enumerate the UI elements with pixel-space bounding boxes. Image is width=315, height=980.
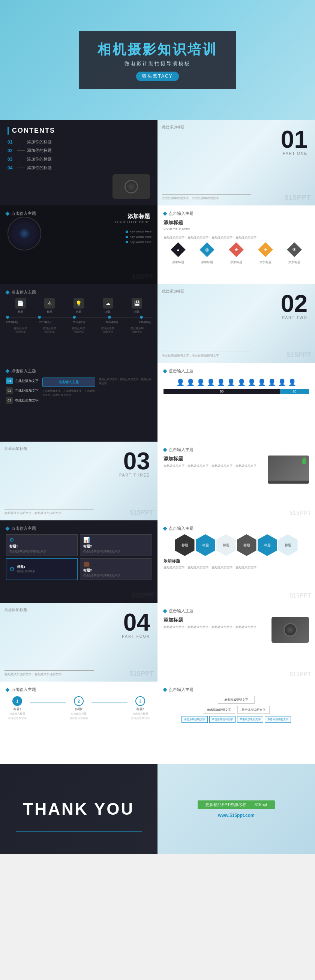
hex-5: 标题 <box>258 534 277 556</box>
part02-part-text: PART TWO <box>281 316 307 320</box>
ct-text: 添加标题 在此处添加文字，在此处添加文字，在此处添加文字，在此处添加文字 <box>164 617 268 643</box>
diamond-item-1: ▲ 添加标题 <box>172 245 184 264</box>
nl-text-1: 在此处添加文字 <box>15 379 39 383</box>
nl-item-3: 03 在此处添加文字 <box>6 397 39 404</box>
tl-date-3: 2014年8月 <box>72 321 85 324</box>
diamond-icon-3: ★ <box>229 242 244 257</box>
contents-num-3: 03 <box>8 157 15 162</box>
part01-add-text: 此处添加标题 <box>162 124 185 130</box>
camera-box <box>113 174 150 199</box>
diamond-section-header: 点击输入主题 <box>164 211 309 216</box>
icon-row-timeline: 📄 标题 ⚠ 标题 💡 标题 ☁ 标题 💾 标题 <box>6 298 151 314</box>
laptop-desc: 在此处添加文字，在此处添加文字，在此处添加文字，在此处添加文字 <box>164 464 264 468</box>
diamond-item-3: ★ 添加标题 <box>230 245 242 264</box>
diamond-bullet-1 <box>5 212 10 216</box>
org-bot-3: 单击添加说明文字 <box>237 716 263 723</box>
kw-text-1: Key Words Here <box>129 230 151 233</box>
step-label-1: 标题1 <box>13 707 21 711</box>
org-mid-1: 单击添加说明文字 <box>203 706 235 714</box>
flow-boxes-area: 点击输入主题 在此处添加文字，在此处添加文字，在此处添加文字，在此处添加文字 <box>42 377 95 404</box>
hex-section-header: 点击输入主题 <box>164 526 309 531</box>
diamond-icons-row: ▲ 添加标题 ◎ 添加标题 ★ 添加标题 ✈ 添加标题 <box>164 245 309 264</box>
slide-orgchart: 点击输入主题 单击添加说明文字 单击添加说明文字 单击添加说明文字 单击添加说明… <box>158 682 315 764</box>
timeline-section-header: 点击输入主题 <box>6 290 151 295</box>
ib-icon-4: 💼 <box>83 561 148 567</box>
part01-add-label: 此处添加标题 <box>162 124 185 130</box>
nl-item-1: 01 在此处添加文字 <box>6 377 39 384</box>
diamond-click-title: 点击输入主题 <box>169 211 194 216</box>
progress-dark-section: 80 <box>164 389 280 394</box>
diamond-bullet-tl <box>5 290 10 294</box>
part02-number-block: 02 PART TWO <box>281 292 307 320</box>
title-here-block: 添加标题 YOUR TITLE HERE <box>115 213 150 224</box>
hero-title-part2: 知识培训 <box>158 41 218 57</box>
org-bot-row: 单击添加说明文字 单击添加说明文字 单击添加说明文字 单击添加说明文字 <box>164 716 309 723</box>
diamond-bullet-ib <box>5 527 10 530</box>
diamond-item-4: ✈ 添加标题 <box>259 245 272 264</box>
part02-add-label: 此处添加标题 <box>162 289 185 294</box>
part01-part-text: PART ONE <box>281 151 307 156</box>
steps-click-title: 点击输入主题 <box>11 687 36 692</box>
thankyou-text: THANK YOU <box>23 800 135 818</box>
part04-big-num: 04 <box>122 610 150 634</box>
ct-click-title: 点击输入主题 <box>169 608 194 614</box>
timeline-dates: 2013年8月 2013年8月 2014年8月 2014年8月 2014年8月 <box>6 321 151 324</box>
slide-silhouettes: 点击输入主题 👤 👤 👤 👤 👤 👤 👤 👤 👤 👤 👤 👤 80 <box>158 363 315 442</box>
org-bot-1: 单击添加说明文字 <box>181 716 208 723</box>
org-mid-row: 单击添加说明文字 单击添加说明文字 <box>164 706 309 714</box>
ib-icon-2: 📊 <box>83 537 148 543</box>
part01-number-block: 01 PART ONE <box>281 127 307 156</box>
tl-icon-5: 💾 标题 <box>132 298 142 314</box>
flow-desc: 在此处添加文字，在此处添加文字，在此处添加文字，在此处添加文字 <box>42 389 95 397</box>
numlist-items: 01 在此处添加文字 02 在此处添加文字 03 在此处添加文字 <box>6 377 39 404</box>
tl-icon-box-5: 💾 <box>132 298 142 309</box>
laptop-add-title: 添加标题 <box>164 455 264 462</box>
part03-add-label: 此处添加标题 <box>5 446 27 451</box>
progress-val2: 20 <box>293 390 296 393</box>
kw-2: Key Words Here <box>126 235 151 239</box>
hex-1: 标题 <box>175 534 195 556</box>
row-3: 点击输入主题 📄 标题 ⚠ 标题 💡 标题 ☁ 标题 💾 标题 <box>0 284 315 363</box>
part03-big-num: 03 <box>119 449 150 473</box>
org-mid-2: 单击添加说明文字 <box>237 706 270 714</box>
ib-1: ⚙ 标题1 在此处添加说明文字在此处添加 <box>6 534 78 556</box>
part04-part-text: PART FOUR <box>122 634 150 638</box>
ct-content: 添加标题 在此处添加文字，在此处添加文字，在此处添加文字，在此处添加文字 <box>164 617 309 643</box>
row-9: THANK YOU 更多精品PPT资源尽在——515ppt www.515ppt… <box>0 764 315 854</box>
laptop-img-placeholder <box>268 455 309 484</box>
tl-dot-1 <box>6 316 9 319</box>
laptop-bottom <box>268 480 309 484</box>
part02-desc: 在此处添加说明文字，在此处添加说明文字 <box>162 352 310 358</box>
kw-icon-2 <box>126 236 128 238</box>
steps-section-header: 点击输入主题 <box>6 687 151 692</box>
part01-desc: 在此处添加说明文字，在此处添加说明文字 <box>162 194 310 200</box>
part01-big-num: 01 <box>281 127 307 151</box>
ib-icon-3: ⚙ <box>10 565 14 573</box>
contents-camera <box>8 174 150 199</box>
slide-hero: 相机摄影知识培训 微电影计划拍摄导演模板 猫头鹰TACY <box>0 0 315 120</box>
ib-3: ⚙ 标题1 在此处添加说明 <box>6 558 78 580</box>
contents-num-4: 04 <box>8 165 15 170</box>
slide-part01: 此处添加标题 515PPT 01 PART ONE 在此处添加说明文字，在此处添… <box>158 120 315 205</box>
hero-card: 相机摄影知识培训 微电影计划拍摄导演模板 猫头鹰TACY <box>79 31 236 89</box>
tl-icon-3: 💡 标题 <box>73 298 84 314</box>
contents-line-2 <box>17 150 25 151</box>
contents-label-2: 添加你的标题 <box>27 148 52 153</box>
hero-badge[interactable]: 猫头鹰TACY <box>136 72 178 81</box>
nl-item-2: 02 在此处添加文字 <box>6 387 39 394</box>
nl-text-3: 在此处添加文字 <box>15 398 39 403</box>
tl-dot-5 <box>140 316 143 319</box>
step-1: 1 标题1 点击输入标题 在此处添加说明 <box>6 696 29 720</box>
keywords-block: Key Words Here Key Words Here Key Words … <box>126 230 151 244</box>
diamond-bullet-2 <box>163 212 167 216</box>
nl-badge-3: 03 <box>6 397 13 404</box>
diamond-item-5: 👁 添加标题 <box>288 245 301 264</box>
step-line-1 <box>30 703 66 703</box>
thankyou-line <box>16 831 142 832</box>
laptop-img-area <box>268 455 309 484</box>
timeline-track <box>6 317 151 318</box>
step-circle-3: 3 <box>135 696 145 706</box>
flow-center-text: 点击输入主题 <box>46 380 92 385</box>
tl-icon-box-2: ⚠ <box>44 298 55 309</box>
timeline-click-title: 点击输入主题 <box>11 290 36 295</box>
